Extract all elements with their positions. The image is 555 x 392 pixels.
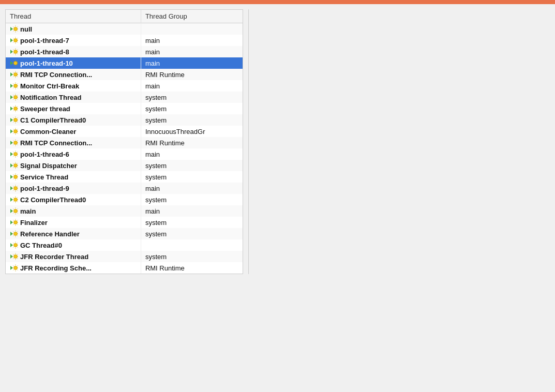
svg-line-139 — [18, 175, 18, 175]
table-row[interactable]: Reference Handler system — [6, 228, 243, 239]
thread-name: Signal Dispatcher — [20, 162, 77, 170]
thread-name: Service Thread — [20, 173, 68, 181]
table-row[interactable]: Monitor Ctrl-Break main — [6, 80, 243, 92]
svg-point-191 — [14, 244, 18, 247]
top-bar — [0, 0, 555, 4]
svg-line-96 — [13, 129, 14, 130]
svg-line-156 — [13, 198, 14, 198]
svg-point-51 — [14, 84, 18, 88]
svg-line-97 — [18, 133, 18, 134]
svg-point-81 — [14, 118, 18, 122]
thread-icon — [10, 93, 18, 101]
thread-name: pool-1-thread-9 — [20, 185, 69, 192]
table-row[interactable]: pool-1-thread-9 main — [6, 183, 243, 194]
thread-name: Common-Cleaner — [20, 128, 76, 135]
thread-group-cell: RMI Runtime — [141, 262, 243, 274]
thread-name: JFR Recording Sche... — [20, 264, 92, 272]
thread-name-cell: Sweeper thread — [6, 103, 141, 114]
table-row[interactable]: main main — [6, 205, 243, 217]
table-row[interactable]: C1 CompilerThread0 system — [6, 114, 243, 126]
svg-line-127 — [18, 168, 18, 168]
thread-icon — [10, 207, 18, 215]
thread-group-cell — [141, 239, 243, 251]
table-row[interactable]: RMI TCP Connection... RMI Runtime — [6, 69, 243, 80]
svg-point-141 — [14, 187, 18, 190]
svg-line-86 — [13, 118, 14, 118]
thread-name: Sweeper thread — [20, 105, 70, 113]
svg-line-79 — [18, 107, 18, 107]
svg-line-38 — [13, 65, 14, 66]
table-row[interactable]: RMI TCP Connection... RMI Runtime — [6, 137, 243, 148]
svg-line-188 — [13, 236, 14, 236]
thread-name: pool-1-thread-6 — [20, 150, 69, 158]
svg-line-137 — [18, 179, 18, 179]
table-row[interactable]: pool-1-thread-10 main — [6, 57, 243, 69]
thread-group-cell: system — [141, 228, 243, 239]
thread-group-cell: main — [141, 205, 243, 217]
svg-line-199 — [18, 243, 18, 244]
svg-line-187 — [18, 236, 18, 236]
thread-name: Notification Thread — [20, 94, 81, 101]
thread-group-cell: system — [141, 251, 243, 262]
svg-line-166 — [13, 209, 14, 209]
thread-icon — [10, 82, 18, 90]
svg-point-101 — [14, 141, 18, 145]
svg-line-27 — [18, 54, 18, 54]
table-row[interactable]: JFR Recorder Thread system — [6, 251, 243, 262]
svg-line-78 — [13, 111, 14, 111]
thread-name: RMI TCP Connection... — [20, 139, 92, 147]
table-row[interactable]: GC Thread#0 — [6, 239, 243, 251]
thread-icon — [10, 59, 18, 67]
thread-icon — [10, 48, 18, 56]
thread-icon — [10, 252, 18, 261]
svg-line-29 — [18, 50, 18, 50]
thread-icon — [10, 218, 18, 227]
table-row[interactable]: C2 CompilerThread0 system — [6, 194, 243, 205]
table-row[interactable]: pool-1-thread-6 main — [6, 148, 243, 160]
svg-line-69 — [18, 95, 18, 96]
table-row[interactable]: Service Thread system — [6, 171, 243, 183]
thread-group-cell: RMI Runtime — [141, 137, 243, 148]
svg-point-31 — [14, 62, 18, 65]
table-row[interactable]: null — [6, 23, 243, 35]
table-row[interactable]: Sweeper thread system — [6, 103, 243, 114]
thread-table-container: Thread Thread Group null — [5, 9, 243, 274]
table-row[interactable]: Common-Cleaner InnocuousThreadGr — [6, 126, 243, 137]
thread-group-cell: InnocuousThreadGr — [141, 126, 243, 137]
svg-line-117 — [18, 156, 18, 157]
table-row[interactable]: pool-1-thread-7 main — [6, 35, 243, 46]
thread-group-cell: system — [141, 194, 243, 205]
thread-icon — [10, 150, 18, 158]
svg-line-216 — [13, 266, 14, 266]
svg-line-158 — [13, 202, 14, 202]
table-row[interactable]: Notification Thread system — [6, 92, 243, 103]
svg-point-131 — [14, 175, 18, 179]
thread-group-cell: main — [141, 148, 243, 160]
table-row[interactable]: Signal Dispatcher system — [6, 160, 243, 171]
thread-group-cell: system — [141, 171, 243, 183]
svg-line-37 — [18, 65, 18, 66]
svg-line-129 — [18, 163, 18, 164]
thread-name: main — [20, 207, 36, 215]
thread-name-cell: GC Thread#0 — [6, 239, 141, 251]
thread-name-cell: C1 CompilerThread0 — [6, 114, 141, 126]
thread-icon — [10, 195, 18, 204]
table-row[interactable]: JFR Recording Sche... RMI Runtime — [6, 262, 243, 274]
svg-line-219 — [18, 266, 18, 266]
svg-line-196 — [13, 243, 14, 244]
thread-group-cell: system — [141, 160, 243, 171]
thread-name: Finalizer — [20, 219, 48, 227]
thread-name: null — [20, 25, 32, 33]
svg-line-146 — [13, 186, 14, 187]
table-row[interactable]: pool-1-thread-8 main — [6, 46, 243, 57]
svg-line-17 — [18, 42, 18, 43]
svg-line-206 — [13, 254, 14, 255]
thread-name: Monitor Ctrl-Break — [20, 82, 79, 90]
svg-line-149 — [18, 186, 18, 187]
svg-line-189 — [18, 232, 18, 232]
svg-line-176 — [13, 220, 14, 221]
thread-group-cell: system — [141, 217, 243, 228]
svg-line-119 — [18, 152, 18, 153]
thread-name-cell: JFR Recording Sche... — [6, 262, 141, 274]
table-row[interactable]: Finalizer system — [6, 217, 243, 228]
